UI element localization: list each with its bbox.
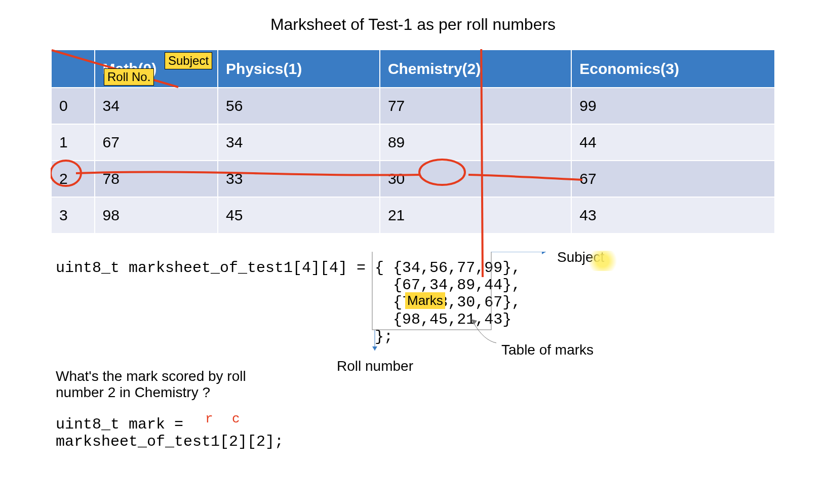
- corner-header: [51, 50, 95, 88]
- header-economics: Economics(3): [571, 50, 775, 88]
- mark-cell: 43: [571, 197, 775, 234]
- marksheet-table-container: Subject Roll No. Math(0) Physics(1) Chem…: [51, 49, 775, 234]
- table-header-row: Math(0) Physics(1) Chemistry(2) Economic…: [51, 50, 775, 88]
- subject-tag: Subject: [165, 52, 212, 69]
- r-annotation: r: [205, 411, 213, 427]
- rollno-tag: Roll No.: [104, 68, 154, 86]
- table-row: 0 34 56 77 99: [51, 88, 775, 124]
- page-title: Marksheet of Test-1 as per roll numbers: [10, 15, 816, 34]
- mark-cell: 56: [218, 88, 380, 124]
- table-row: 2 78 33 30 67: [51, 161, 775, 197]
- mark-cell: 89: [380, 124, 571, 161]
- rollnumber-label: Roll number: [337, 358, 413, 374]
- svg-marker-8: [372, 346, 377, 351]
- code-section: uint8_t marksheet_of_test1[4][4] = { {34…: [56, 259, 816, 450]
- mark-cell: 45: [218, 197, 380, 234]
- mark-cell: 34: [218, 124, 380, 161]
- table-row: 1 67 34 89 44: [51, 124, 775, 161]
- c-annotation: c: [232, 411, 240, 427]
- marks-highlight-label: Marks: [405, 292, 445, 309]
- mark-cell: 78: [95, 161, 218, 197]
- roll-cell: 2: [51, 161, 95, 197]
- mark-cell: 98: [95, 197, 218, 234]
- tablemarks-label: Table of marks: [501, 342, 594, 358]
- subject-highlight: [585, 251, 620, 271]
- header-chemistry: Chemistry(2): [380, 50, 571, 88]
- roll-cell: 3: [51, 197, 95, 234]
- roll-cell: 0: [51, 88, 95, 124]
- mark-cell: 44: [571, 124, 775, 161]
- mark-cell: 30: [380, 161, 571, 197]
- mark-cell: 34: [95, 88, 218, 124]
- table-row: 3 98 45 21 43: [51, 197, 775, 234]
- mark-cell: 67: [95, 124, 218, 161]
- question-text: What's the mark scored by roll number 2 …: [56, 368, 258, 401]
- mark-cell: 99: [571, 88, 775, 124]
- mark-cell: 77: [380, 88, 571, 124]
- answer-code: uint8_t mark = marksheet_of_test1[2][2];: [56, 416, 816, 450]
- mark-cell: 67: [571, 161, 775, 197]
- roll-cell: 1: [51, 124, 95, 161]
- mark-cell: 33: [218, 161, 380, 197]
- header-physics: Physics(1): [218, 50, 380, 88]
- marksheet-table: Math(0) Physics(1) Chemistry(2) Economic…: [51, 49, 775, 234]
- svg-marker-6: [542, 252, 546, 254]
- mark-cell: 21: [380, 197, 571, 234]
